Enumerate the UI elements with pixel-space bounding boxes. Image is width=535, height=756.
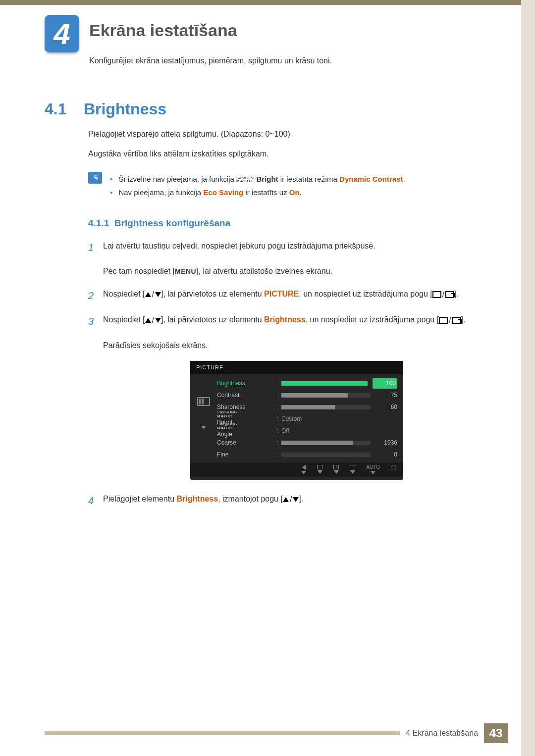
section-heading: 4.1 Brightness <box>45 100 490 118</box>
osd-footer: − + AUTO <box>190 462 403 477</box>
chapter-header: 4 Ekrāna iestatīšana <box>45 15 490 52</box>
highlight: Brightness <box>264 315 306 324</box>
menu-label: MENU <box>175 267 196 275</box>
osd-auto-label: AUTO <box>366 465 380 474</box>
step-item: 1 Lai atvērtu taustiņu ceļvedi, nospiedi… <box>88 235 490 283</box>
step-number: 2 <box>88 288 103 303</box>
step-number: 1 <box>88 240 103 278</box>
up-down-icon: / <box>145 314 161 327</box>
subsection-number: 4.1.1 <box>88 218 109 228</box>
note-list: Šī izvēlne nav pieejama, ja funkcija SAM… <box>110 172 405 200</box>
paragraph: Pielāgojiet vispārējo attēla spilgtumu. … <box>88 128 490 140</box>
osd-row: Fine:0 <box>217 449 397 460</box>
steps-list: 1 Lai atvērtu taustiņu ceļvedi, nospiedi… <box>88 235 490 513</box>
highlight: Brightness <box>177 495 218 503</box>
osd-row: Brightness:100 <box>217 377 397 389</box>
enter-source-icon: / <box>432 288 454 301</box>
chapter-number: 4 <box>54 17 70 51</box>
paragraph: Augstāka vērtība liks attēlam izskatītie… <box>88 148 490 160</box>
step-text: Lai atvērtu taustiņu ceļvedi, nospiediet… <box>103 240 490 278</box>
enter-source-icon: / <box>439 314 461 327</box>
chapter-title: Ekrāna iestatīšana <box>89 21 237 40</box>
page-number: 43 <box>484 723 508 743</box>
osd-screenshot: PICTURE Brightness:100Contrast:75Sharpne… <box>190 361 403 480</box>
step-text: Nospiediet [/], lai pārvietotos uz eleme… <box>103 288 490 303</box>
step-item: 2 Nospiediet [/], lai pārvietotos uz ele… <box>88 283 490 308</box>
subsection-heading: 4.1.1 Brightness konfigurēšana <box>88 218 490 229</box>
footer-text: 4 Ekrāna iestatīšana <box>400 729 484 738</box>
step-number: 4 <box>88 493 103 508</box>
osd-row: SAMSUNGMAGIC Angle:Off <box>217 425 397 437</box>
subsection-title: Brightness konfigurēšana <box>114 218 230 228</box>
step-item: 4 Pielāgojiet elementu Brightness, izman… <box>88 488 490 513</box>
chapter-subtitle: Konfigurējiet ekrāna iestatījumus, piemē… <box>89 56 490 65</box>
osd-enter-icon <box>350 465 355 474</box>
section-title: Brightness <box>84 100 166 118</box>
page-footer: 4 Ekrāna iestatīšana 43 <box>45 723 508 743</box>
osd-row: Coarse:1936 <box>217 437 397 449</box>
osd-nav-left-icon <box>301 465 306 474</box>
footer-bar <box>45 731 400 735</box>
highlight: PICTURE <box>264 290 299 298</box>
osd-minus-icon: − <box>317 465 322 474</box>
osd-power-icon <box>391 465 396 474</box>
osd-plus-icon: + <box>333 465 339 474</box>
highlight: Dynamic Contrast <box>339 175 403 183</box>
page-content: 4 Ekrāna iestatīšana Konfigurējiet ekrān… <box>0 0 535 513</box>
up-down-icon: / <box>145 288 161 301</box>
up-down-icon: / <box>283 493 299 506</box>
osd-title: PICTURE <box>190 361 403 375</box>
chapter-badge: 4 <box>45 15 79 52</box>
highlight: Eco Saving <box>203 188 243 197</box>
section-number: 4.1 <box>45 100 79 118</box>
note-box: ✎ Šī izvēlne nav pieejama, ja funkcija S… <box>88 172 490 200</box>
osd-row: Contrast:75 <box>217 389 397 401</box>
highlight: On <box>289 188 300 197</box>
osd-side-indicator-icon <box>197 397 210 406</box>
osd-scroll-down-icon <box>201 426 206 429</box>
step-text: Pielāgojiet elementu Brightness, izmanto… <box>103 493 490 508</box>
note-item: Nav pieejama, ja funkcija Eco Saving ir … <box>110 187 405 199</box>
step-item: 3 Nospiediet [/], lai pārvietotos uz ele… <box>88 308 490 488</box>
step-text: Nospiediet [/], lai pārvietotos uz eleme… <box>103 313 490 483</box>
note-item: Šī izvēlne nav pieejama, ja funkcija SAM… <box>110 173 405 185</box>
note-icon: ✎ <box>88 172 102 184</box>
step-number: 3 <box>88 313 103 483</box>
